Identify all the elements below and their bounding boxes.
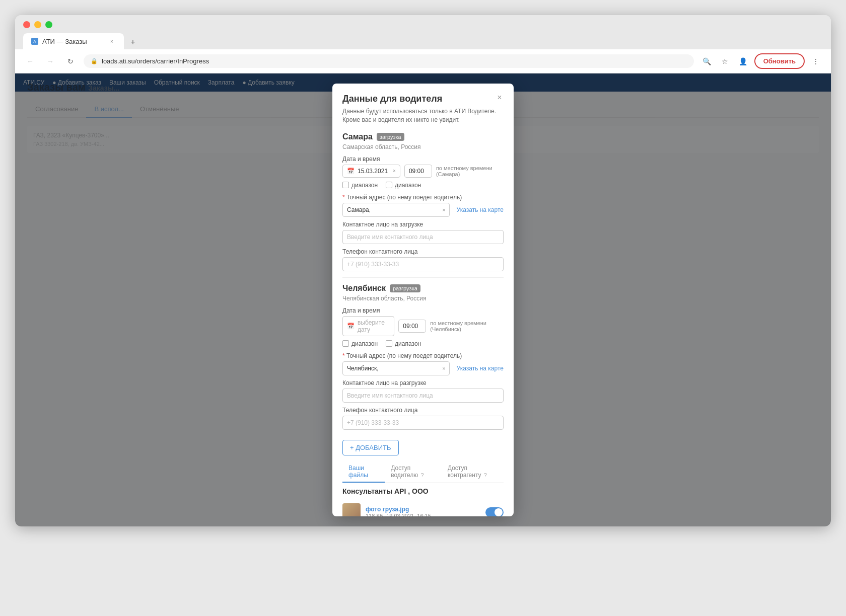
loading-time-value: 09:00 xyxy=(409,168,424,175)
search-button[interactable]: 🔍 xyxy=(700,54,714,68)
unloading-region: Челябинская область, Россия xyxy=(342,295,504,302)
unloading-address-container: × xyxy=(342,361,450,375)
unloading-calendar-icon: 📅 xyxy=(347,323,355,330)
unloading-map-link[interactable]: Указать на карте xyxy=(457,365,504,372)
section-divider xyxy=(342,277,504,278)
loading-datetime-label: Дата и время xyxy=(342,156,504,163)
unloading-phone-label: Телефон контактного лица xyxy=(342,407,504,414)
url-text: loads.ati.su/orders/carrier/InProgress xyxy=(102,57,209,65)
minimize-traffic-light[interactable] xyxy=(34,21,41,28)
unloading-contact-row xyxy=(342,389,504,403)
unloading-city: Челябинск xyxy=(342,284,386,293)
unloading-contact-label: Контактное лицо на разгрузке xyxy=(342,379,504,387)
unloading-contact-input[interactable] xyxy=(342,389,504,403)
unloading-phone-input[interactable] xyxy=(342,416,504,430)
tab-favicon: A xyxy=(31,38,38,45)
loading-checkbox2[interactable]: диапазон xyxy=(386,182,421,189)
modal-body: Самара загрузка Самарская область, Росси… xyxy=(332,132,514,516)
profile-button[interactable]: 👤 xyxy=(736,54,750,68)
tab-your-files-label: Ваши файлы xyxy=(348,465,368,479)
loading-section-header: Самара загрузка xyxy=(342,132,504,141)
update-button[interactable]: Обновить xyxy=(754,53,805,69)
browser-tab-active[interactable]: A АТИ — Заказы × xyxy=(23,33,124,49)
loading-address-container: × xyxy=(342,203,450,217)
maximize-traffic-light[interactable] xyxy=(45,21,52,28)
loading-datetime-row: 📅 15.03.2021 × 09:00 по местному времени… xyxy=(342,165,504,178)
tab-close-button[interactable]: × xyxy=(108,37,116,45)
loading-phone-label: Телефон контактного лица xyxy=(342,248,504,255)
bookmark-button[interactable]: ☆ xyxy=(718,54,732,68)
loading-checkbox2-label: диапазон xyxy=(395,182,421,189)
loading-contact-label: Контактное лицо на загрузке xyxy=(342,221,504,228)
back-button[interactable]: ← xyxy=(23,54,37,68)
file-toggle-1[interactable] xyxy=(485,507,504,516)
unloading-checkbox2-box[interactable] xyxy=(386,340,392,347)
calendar-icon: 📅 xyxy=(347,168,355,175)
unloading-checkbox2-label: диапазон xyxy=(395,340,421,347)
modal-close-button[interactable]: × xyxy=(494,92,506,104)
tab-your-files[interactable]: Ваши файлы xyxy=(342,461,385,483)
unloading-checkbox-row: диапазон диапазон xyxy=(342,340,504,347)
driver-access-help-icon: ? xyxy=(421,472,424,478)
file-name-1[interactable]: фото груза.jpg xyxy=(366,506,480,513)
unloading-time-input[interactable]: 09:00 xyxy=(398,320,426,333)
unloading-badge: разгрузка xyxy=(390,284,420,292)
loading-address-clear[interactable]: × xyxy=(442,207,445,213)
unloading-phone-row xyxy=(342,416,504,430)
modal-subtitle: Данные будут использоваться только в АТИ… xyxy=(342,107,504,124)
unloading-date-input[interactable]: 📅 выберите дату xyxy=(342,316,394,336)
file-info-1: фото груза.jpg 118 КБ, 19.03.2021, 16:15 xyxy=(366,506,480,516)
loading-date-input[interactable]: 📅 15.03.2021 × xyxy=(342,165,400,178)
unloading-checkbox2[interactable]: диапазон xyxy=(386,340,421,347)
tab-driver-access-label: Доступ водителю xyxy=(391,465,418,479)
unloading-checkbox1-label: диапазон xyxy=(351,340,378,347)
unloading-address-label: Точный адрес (по нему поедет водитель) xyxy=(342,352,504,359)
unloading-time-value: 09:00 xyxy=(403,323,418,330)
loading-contact-input[interactable] xyxy=(342,230,504,244)
loading-checkbox1[interactable]: диапазон xyxy=(342,182,378,189)
unloading-datetime-label: Дата и время xyxy=(342,307,504,314)
loading-address-row: × Указать на карте xyxy=(342,203,504,217)
loading-time-input[interactable]: 09:00 xyxy=(404,165,432,178)
address-bar: ← → ↻ 🔒 loads.ati.su/orders/carrier/InPr… xyxy=(15,49,831,73)
tab-counterparty-access[interactable]: Доступ контрагенту ? xyxy=(442,461,504,483)
unloading-section-header: Челябинск разгрузка xyxy=(342,284,504,293)
forward-button[interactable]: → xyxy=(43,54,57,68)
unloading-checkbox1-box[interactable] xyxy=(342,340,349,347)
add-point-button[interactable]: + ДОБАВИТЬ xyxy=(342,440,399,455)
loading-checkbox-row: диапазон диапазон xyxy=(342,182,504,189)
loading-checkbox2-box[interactable] xyxy=(386,182,392,188)
loading-checkbox1-box[interactable] xyxy=(342,182,349,188)
lock-icon: 🔒 xyxy=(91,58,98,64)
menu-button[interactable]: ⋮ xyxy=(809,54,823,68)
loading-address-label: Точный адрес (по нему поедет водитель) xyxy=(342,194,504,201)
loading-contact-row xyxy=(342,230,504,244)
file-meta-1: 118 КБ, 19.03.2021, 16:15 xyxy=(366,513,480,516)
modal-title: Данные для водителя xyxy=(342,94,504,104)
loading-region: Самарская область, Россия xyxy=(342,143,504,150)
loading-phone-input[interactable] xyxy=(342,257,504,271)
unloading-address-row: × Указать на карте xyxy=(342,361,504,375)
loading-address-input[interactable] xyxy=(342,203,450,217)
loading-phone-row xyxy=(342,257,504,271)
refresh-button[interactable]: ↻ xyxy=(63,54,78,68)
tab-counterparty-label: Доступ контрагенту xyxy=(448,465,481,479)
driver-data-modal: Данные для водителя Данные будут использ… xyxy=(332,84,514,516)
unloading-address-clear[interactable]: × xyxy=(442,365,445,371)
unloading-address-input[interactable] xyxy=(342,361,450,375)
unloading-checkbox1[interactable]: диапазон xyxy=(342,340,378,347)
tab-driver-access[interactable]: Доступ водителю ? xyxy=(385,461,442,483)
new-tab-button[interactable]: + xyxy=(126,35,140,49)
close-traffic-light[interactable] xyxy=(23,21,30,28)
file-toggle-1-slider xyxy=(485,507,504,516)
tab-title: АТИ — Заказы xyxy=(42,38,87,45)
unloading-date-placeholder: выберите дату xyxy=(358,319,390,333)
file-tabs: Ваши файлы Доступ водителю ? Доступ конт… xyxy=(342,461,504,483)
modal-backdrop: Данные для водителя Данные будут использ… xyxy=(15,73,831,526)
loading-map-link[interactable]: Указать на карте xyxy=(457,206,504,213)
loading-date-value: 15.03.2021 xyxy=(358,168,388,175)
company-name: Консультанты API , ООО xyxy=(342,487,504,495)
url-bar[interactable]: 🔒 loads.ati.su/orders/carrier/InProgress xyxy=(84,54,694,68)
unloading-datetime-row: 📅 выберите дату 09:00 по местному времен… xyxy=(342,316,504,336)
loading-date-clear[interactable]: × xyxy=(393,168,396,174)
